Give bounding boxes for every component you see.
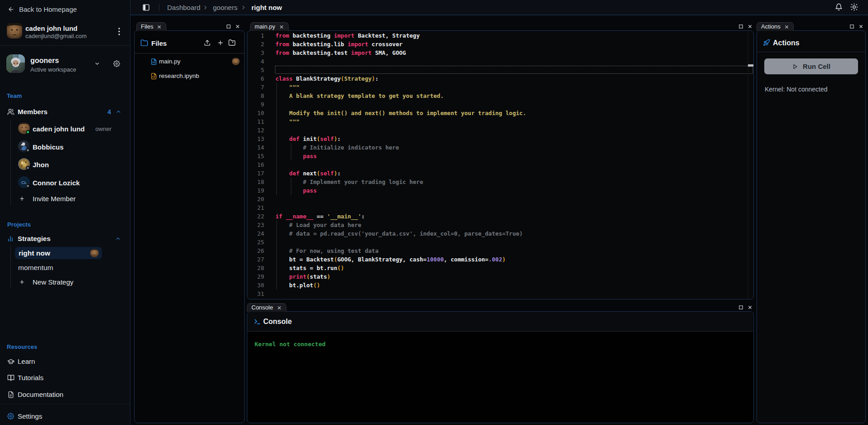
code-line[interactable]: 27 bt = Backtest(GOOG, BlankStrategy, ca… xyxy=(247,255,754,264)
code-line[interactable]: 15 pass xyxy=(247,152,754,160)
strategy-name: right now xyxy=(19,249,50,257)
sidebar-item-tutorials[interactable]: Tutorials xyxy=(7,374,123,382)
chevron-right-icon xyxy=(241,5,246,10)
actions-panel: Actions Actions Run Cell Kernel: Not con… xyxy=(757,22,866,424)
code-editor[interactable]: 1from backtesting import Backtest, Strat… xyxy=(247,30,754,299)
tutorials-label: Tutorials xyxy=(18,374,43,382)
workspace-status: Active workspace xyxy=(30,66,76,73)
code-line[interactable]: 9 xyxy=(247,100,754,109)
workspace-avatar[interactable] xyxy=(6,54,25,73)
code-line[interactable]: 20 xyxy=(247,195,754,203)
tab-close-icon[interactable] xyxy=(279,24,284,29)
file-row-main-py[interactable]: main.py xyxy=(135,55,245,68)
strategies-header[interactable]: Strategies xyxy=(7,235,123,243)
strategy-item-right-now[interactable]: right now xyxy=(15,247,102,259)
code-line[interactable]: 28 stats = bt.run() xyxy=(247,264,754,272)
code-line[interactable]: 19 pass xyxy=(247,186,754,195)
member-row[interactable]: Bobbicus xyxy=(18,140,123,153)
strategy-item-momentum[interactable]: momentum xyxy=(18,264,53,272)
maximize-icon[interactable] xyxy=(226,24,231,29)
breadcrumb-gooners[interactable]: gooners xyxy=(213,4,237,11)
members-header[interactable]: Members 4 xyxy=(7,108,123,116)
workspace-chevron-down-icon[interactable] xyxy=(94,61,100,67)
notifications-bell-icon[interactable] xyxy=(835,3,843,11)
member-row[interactable]: CL Connor Lozick xyxy=(18,176,123,189)
code-line[interactable]: 7 """ xyxy=(247,83,754,92)
run-cell-button[interactable]: Run Cell xyxy=(764,58,858,74)
code-line[interactable]: 16 xyxy=(247,160,754,169)
new-strategy-button[interactable]: New Strategy xyxy=(18,278,109,286)
divider xyxy=(0,404,130,404)
sidebar-item-settings[interactable]: Settings xyxy=(7,412,123,420)
file-text-icon xyxy=(7,391,14,398)
code-line[interactable]: 26 # For now, using test data xyxy=(247,246,754,255)
editor-scrollbar-thumb[interactable] xyxy=(748,64,754,67)
new-folder-icon[interactable] xyxy=(228,39,236,46)
code-line[interactable]: 17 def next(self): xyxy=(247,169,754,178)
tab-close-icon[interactable] xyxy=(157,24,162,29)
topbar-divider xyxy=(159,4,159,11)
section-label-team: Team xyxy=(7,92,22,99)
strategies-label: Strategies xyxy=(18,235,51,242)
workspace-settings-gear-icon[interactable] xyxy=(113,60,120,67)
close-icon[interactable] xyxy=(747,305,752,310)
add-file-plus-icon[interactable] xyxy=(217,39,224,46)
code-line[interactable]: 22if __name__ == '__main__': xyxy=(247,212,754,221)
member-row[interactable]: Jhon xyxy=(18,158,123,171)
editor-scrollbar-track xyxy=(748,31,748,299)
sidebar-item-learn[interactable]: Learn xyxy=(7,357,123,366)
close-icon[interactable] xyxy=(858,24,863,29)
maximize-icon[interactable] xyxy=(849,24,854,29)
close-icon[interactable] xyxy=(747,24,752,29)
tab-close-icon[interactable] xyxy=(277,305,282,310)
code-line[interactable]: 1from backtesting import Backtest, Strat… xyxy=(247,31,754,40)
sidebar-item-documentation[interactable]: Documentation xyxy=(7,391,123,399)
section-label-projects: Projects xyxy=(7,221,31,228)
code-line[interactable]: 3from backtesting.test import SMA, GOOG xyxy=(247,48,754,57)
code-line[interactable]: 14 # Initialize indicators here xyxy=(247,143,754,152)
breadcrumb-dashboard[interactable]: Dashboard xyxy=(167,4,200,11)
file-row-research-ipynb[interactable]: research.ipynb xyxy=(135,69,245,83)
code-line[interactable]: 12 xyxy=(247,126,754,135)
code-line[interactable]: 18 # Implement your trading logic here xyxy=(247,178,754,186)
close-icon[interactable] xyxy=(235,24,240,29)
invite-member-button[interactable]: Invite Member xyxy=(18,195,109,203)
members-chevron-up-icon[interactable] xyxy=(116,109,121,115)
code-line[interactable]: 25 xyxy=(247,238,754,246)
tab-close-icon[interactable] xyxy=(784,24,789,29)
tab-actions[interactable]: Actions xyxy=(757,22,794,31)
code-line[interactable]: 29 print(stats) xyxy=(247,272,754,281)
code-line[interactable]: 13 def init(self): xyxy=(247,135,754,143)
code-line[interactable]: 24 # data = pd.read_csv('your_data.csv',… xyxy=(247,229,754,238)
user-menu-kebab-icon[interactable] xyxy=(115,27,123,36)
code-line[interactable]: 30 bt.plot() xyxy=(247,281,754,290)
code-line[interactable]: 8 A blank strategy template to get you s… xyxy=(247,92,754,100)
code-line[interactable]: 21 xyxy=(247,203,754,212)
code-line[interactable]: 11 """ xyxy=(247,117,754,126)
actions-panel-body: Actions Run Cell Kernel: Not connected xyxy=(757,30,866,423)
cursor-line-box xyxy=(275,66,753,74)
tab-console[interactable]: Console xyxy=(247,303,286,312)
code-line[interactable]: 6class BlankStrategy(Strategy): xyxy=(247,74,754,83)
code-line[interactable]: 4 xyxy=(247,57,754,66)
strategies-chevron-up-icon[interactable] xyxy=(115,236,121,241)
tab-files[interactable]: Files xyxy=(136,22,166,31)
tab-main-py[interactable]: main.py xyxy=(250,22,289,31)
user-email: cadenjlund@gmail.com xyxy=(25,33,87,39)
sidebar-toggle-icon[interactable] xyxy=(142,4,150,11)
user-avatar[interactable] xyxy=(7,23,22,39)
code-line[interactable]: 10 Modify the init() and next() methods … xyxy=(247,109,754,117)
new-strategy-label: New Strategy xyxy=(33,278,73,286)
code-line[interactable]: 2from backtesting.lib import crossover xyxy=(247,40,754,48)
code-line[interactable]: 31 xyxy=(247,290,754,298)
upload-icon[interactable] xyxy=(204,39,211,46)
tab-main-py-label: main.py xyxy=(255,23,275,30)
theme-sun-icon[interactable] xyxy=(850,3,858,11)
back-to-homepage-link[interactable]: Back to Homepage xyxy=(8,5,77,13)
maximize-icon[interactable] xyxy=(738,24,743,29)
editor-panel: main.py 1from backtesting import Backtes… xyxy=(247,22,754,300)
actions-panel-controls xyxy=(849,24,863,29)
maximize-icon[interactable] xyxy=(738,305,743,310)
member-row[interactable]: caden john lund owner xyxy=(18,122,123,135)
code-line[interactable]: 23 # Load your data here xyxy=(247,221,754,229)
